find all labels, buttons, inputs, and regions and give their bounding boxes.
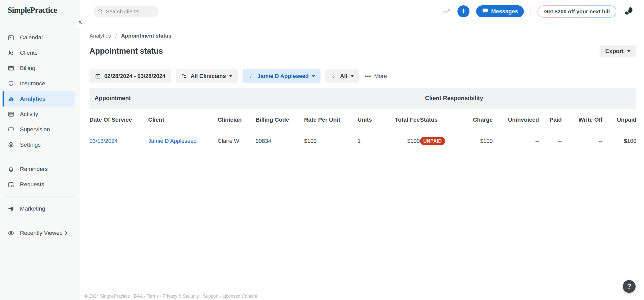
topbar-actions: Messages Get $200 off your next bill	[442, 5, 635, 18]
sidebar-item-reminders[interactable]: Reminders	[3, 161, 75, 177]
export-button[interactable]: Export	[600, 45, 636, 57]
caret-down-icon	[351, 75, 354, 77]
clinicians-filter[interactable]: All Clinicians	[176, 69, 238, 83]
footer-link-terms[interactable]: Terms	[143, 294, 159, 299]
date-range-label: 02/28/2024 - 03/28/2024	[104, 73, 166, 79]
sidebar-item-recently-viewed[interactable]: Recently Viewed	[3, 225, 75, 241]
title-row: Appointment status Export	[89, 45, 636, 57]
table-header-row: Date Of Service Client Clinician Billing…	[89, 109, 636, 131]
sidebar-item-label: Requests	[20, 181, 44, 188]
sidebar-divider	[5, 221, 75, 221]
footer-copyright: © 2024 SimplePractice	[84, 294, 130, 299]
help-button[interactable]: ?	[623, 280, 636, 293]
status-filter[interactable]: All	[325, 69, 359, 83]
bar-chart-icon	[8, 96, 14, 102]
bell-icon	[8, 166, 14, 172]
footer-link-privacy[interactable]: Privacy & Security	[159, 294, 199, 299]
sidebar-item-clients[interactable]: Clients	[3, 45, 75, 61]
caret-down-icon	[627, 50, 631, 52]
caret-down-icon	[312, 75, 315, 77]
help-question-label: ?	[627, 282, 631, 291]
client-filter-label: Jamie D Appleseed	[257, 73, 309, 79]
group-client-responsibility: Client Responsibility	[420, 88, 636, 109]
cell-date-of-service: 03/13/2024	[89, 131, 148, 151]
cell-uninvoiced: --	[493, 131, 539, 151]
search-input[interactable]	[106, 8, 152, 15]
client-link[interactable]: Jamie D Appleseed	[148, 138, 197, 144]
eye-icon	[8, 230, 14, 236]
col-header-write-off: Write Off	[562, 109, 603, 131]
trending-icon[interactable]	[442, 7, 451, 16]
footer-link-support[interactable]: Support	[199, 294, 218, 299]
sidebar-item-insurance[interactable]: Insurance	[3, 76, 75, 91]
sidebar-divider	[5, 157, 75, 157]
caret-down-icon	[229, 75, 232, 77]
col-header-rate-per-unit: Rate Per Unit	[304, 109, 358, 131]
footer-link-baa[interactable]: BAA	[130, 294, 143, 299]
col-header-date-of-service: Date Of Service	[89, 109, 148, 131]
sidebar-item-supervision[interactable]: Supervision	[3, 122, 75, 137]
cell-unpaid: $100	[603, 131, 636, 151]
more-filters-button[interactable]: ••• More	[365, 73, 387, 79]
logo-leaf-icon	[45, 4, 49, 13]
breadcrumb: Analytics / Appointment status	[89, 33, 636, 39]
col-header-status: Status	[420, 109, 471, 131]
chevron-right-icon	[63, 230, 69, 237]
filter-icon	[331, 73, 337, 79]
col-header-unpaid: Unpaid	[603, 109, 636, 131]
filters-row: 02/28/2024 - 03/28/2024 All Clinicians J…	[89, 69, 636, 83]
col-header-uninvoiced: Uninvoiced	[493, 109, 539, 131]
promo-label: Get $200 off your next bill	[538, 6, 616, 17]
sidebar-item-label: Calendar	[20, 34, 43, 41]
sidebar-item-label: Billing	[20, 65, 35, 72]
gear-icon	[8, 142, 14, 148]
sidebar-item-marketing[interactable]: Marketing	[3, 201, 75, 216]
megaphone-icon	[8, 205, 14, 212]
sidebar-item-activity[interactable]: Activity	[3, 107, 75, 122]
sidebar-divider	[5, 197, 75, 197]
messages-button[interactable]: Messages	[476, 5, 524, 17]
sidebar-item-requests[interactable]: Requests	[3, 177, 75, 192]
appointment-status-table: Appointment Client Responsibility Date O…	[89, 88, 636, 151]
status-filter-label: All	[340, 73, 347, 79]
table-group-row: Appointment Client Responsibility	[89, 88, 636, 109]
shield-icon	[8, 80, 14, 87]
messages-label: Messages	[491, 8, 518, 15]
app-logo[interactable]: SimplePractice	[8, 6, 80, 17]
main-content: Analytics / Appointment status Appointme…	[80, 23, 644, 300]
sidebar-item-label: Supervision	[20, 126, 50, 133]
cell-write-off: --	[562, 131, 603, 151]
topbar: Messages Get $200 off your next bill	[80, 0, 644, 23]
calendar-plus-icon	[8, 181, 14, 188]
date-of-service-link[interactable]: 03/13/2024	[89, 138, 118, 144]
col-header-client: Client	[148, 109, 218, 131]
sidebar-collapse-button[interactable]	[74, 17, 86, 28]
sidebar-item-billing[interactable]: Billing	[3, 61, 75, 76]
more-label: More	[374, 73, 387, 79]
sidebar-item-analytics[interactable]: Analytics	[3, 91, 75, 107]
promo-button[interactable]: Get $200 off your next bill	[537, 5, 616, 18]
col-header-total-fee: Total Fee	[389, 109, 420, 131]
breadcrumb-separator: /	[115, 33, 117, 39]
cell-rate-per-unit: $100	[304, 131, 358, 151]
create-new-button[interactable]	[457, 5, 469, 17]
footer-link-licensed-content[interactable]: Licensed Content	[218, 294, 257, 299]
client-filter[interactable]: Jamie D Appleseed	[243, 69, 320, 83]
sidebar-item-settings[interactable]: Settings	[3, 137, 75, 153]
date-range-filter[interactable]: 02/28/2024 - 03/28/2024	[89, 69, 171, 83]
sidebar-item-label: Activity	[20, 111, 38, 118]
cell-billing-code: 90834	[256, 131, 304, 151]
cell-paid: --	[539, 131, 562, 151]
sidebar-item-calendar[interactable]: Calendar	[3, 30, 75, 45]
cell-units: 1	[358, 131, 389, 151]
search-bar[interactable]	[94, 6, 158, 17]
plus-icon	[460, 8, 467, 15]
account-avatar[interactable]	[623, 6, 635, 17]
chat-bubble-icon	[482, 7, 488, 15]
activity-list-icon	[8, 111, 14, 118]
sidebar-item-label: Reminders	[20, 166, 48, 172]
breadcrumb-analytics[interactable]: Analytics	[89, 33, 111, 39]
col-header-paid: Paid	[539, 109, 562, 131]
col-header-charge: Charge	[471, 109, 493, 131]
footer: © 2024 SimplePracticeBAATermsPrivacy & S…	[84, 294, 257, 299]
